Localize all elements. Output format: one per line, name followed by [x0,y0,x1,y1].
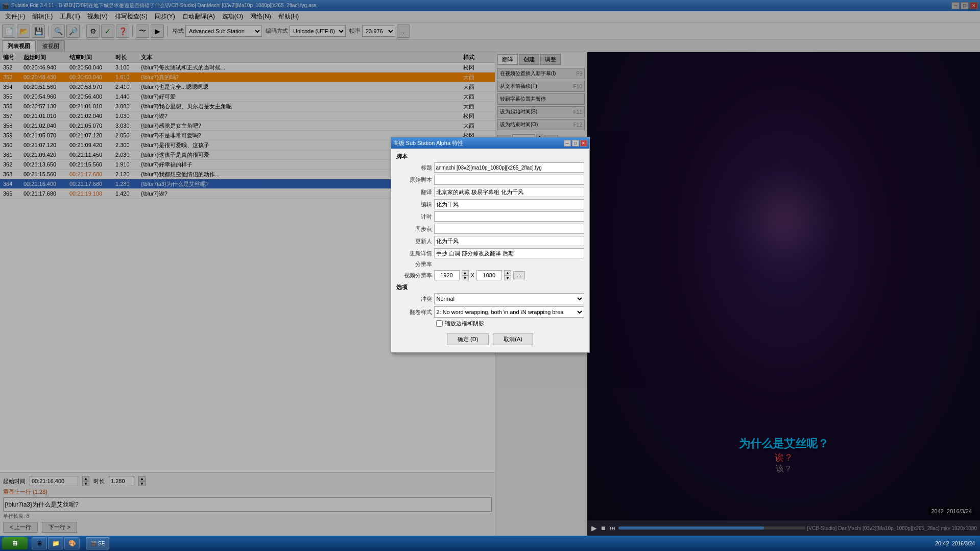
update-detail-field[interactable] [434,248,584,258]
update-detail-label: 更新详情 [396,250,432,257]
taskbar-right: 20:42 2016/3/24 [935,540,978,546]
translation-field[interactable] [434,187,584,197]
wrap-label: 翻卷样式 [396,308,432,316]
res-h-down[interactable]: ▼ [504,275,511,280]
start-button[interactable]: ⊞ [2,537,28,549]
taskbar-app2[interactable]: 📁 [48,537,63,549]
taskbar: ⊞ 🖥 📁 🎨 🎬SE 20:42 2016/3/24 [0,536,980,551]
dialog-cancel-button[interactable]: 取消(A) [493,333,533,345]
editor-row: 编辑 [396,199,584,209]
dialog-close[interactable]: ✕ [580,140,587,147]
timing-row: 计时 [396,211,584,222]
wrap-row: 翻卷样式 2: No word wrapping, both \n and \N… [396,306,584,318]
resolution-row: 分辨率 [396,260,584,268]
dialog-confirm-button[interactable]: 确定 (D) [447,333,489,345]
res-x-label: X [471,272,474,278]
res-w-up[interactable]: ▲ [462,270,469,275]
scale-label: 缩放边框和阴影 [445,320,484,327]
script-section-label: 脚本 [396,153,584,160]
options-section-label: 选项 [396,283,584,291]
video-res-label: 视频分辨率 [396,272,432,279]
dialog-controls: ─ □ ✕ [564,140,587,147]
title-field-label: 标题 [396,164,432,172]
taskbar-apps: 🖥 📁 🎨 [32,537,80,549]
dialog-content: 脚本 标题 原始脚本 翻译 编辑 计时 同步点 [391,149,589,352]
sync-field[interactable] [434,224,584,234]
dialog-title: 高级 Sub Station Alpha 特性 [393,139,464,147]
conflict-row: 冲突 Normal [396,293,584,304]
taskbar-subtitle-edit[interactable]: 🎬SE [86,537,109,549]
taskbar-running: 🎬SE [86,537,109,549]
title-field[interactable] [434,162,584,173]
timing-label: 计时 [396,213,432,221]
taskbar-app1[interactable]: 🖥 [32,537,47,549]
res-height-input[interactable] [476,270,502,280]
wrap-select[interactable]: 2: No word wrapping, both \n and \N wrap… [434,306,584,318]
dialog-titlebar: 高级 Sub Station Alpha 特性 ─ □ ✕ [391,137,589,149]
taskbar-date: 2016/3/24 [952,541,975,546]
res-more-button[interactable]: ... [513,271,525,279]
dialog-buttons: 确定 (D) 取消(A) [396,331,584,348]
taskbar-time: 20:42 [935,540,949,546]
updater-label: 更新人 [396,237,432,245]
dialog-overlay: 高级 Sub Station Alpha 特性 ─ □ ✕ 脚本 标题 原始脚本… [0,0,980,551]
dialog: 高级 Sub Station Alpha 特性 ─ □ ✕ 脚本 标题 原始脚本… [391,137,590,353]
dialog-restore[interactable]: □ [572,140,579,147]
conflict-select[interactable]: Normal [434,293,584,304]
res-width-input[interactable] [434,270,460,280]
conflict-label: 冲突 [396,295,432,303]
original-script-label: 原始脚本 [396,176,432,184]
updater-row: 更新人 [396,236,584,246]
scale-row: 缩放边框和阴影 [436,320,584,327]
update-detail-row: 更新详情 [396,248,584,258]
updater-field[interactable] [434,236,584,246]
dialog-minimize[interactable]: ─ [564,140,571,147]
timing-field[interactable] [434,211,584,222]
video-res-row: 视频分辨率 ▲ ▼ X ▲ ▼ ... [396,270,584,280]
translation-label: 翻译 [396,188,432,196]
sync-row: 同步点 [396,224,584,234]
original-script-field[interactable] [434,175,584,185]
taskbar-app3[interactable]: 🎨 [64,537,80,549]
scale-checkbox[interactable] [436,320,443,327]
res-w-down[interactable]: ▼ [462,275,469,280]
res-h-up[interactable]: ▲ [504,270,511,275]
title-row: 标题 [396,162,584,173]
editor-field[interactable] [434,199,584,209]
editor-label: 编辑 [396,201,432,208]
sync-label: 同步点 [396,225,432,233]
original-script-row: 原始脚本 [396,175,584,185]
translation-row: 翻译 [396,187,584,197]
resolution-label: 分辨率 [396,260,432,268]
